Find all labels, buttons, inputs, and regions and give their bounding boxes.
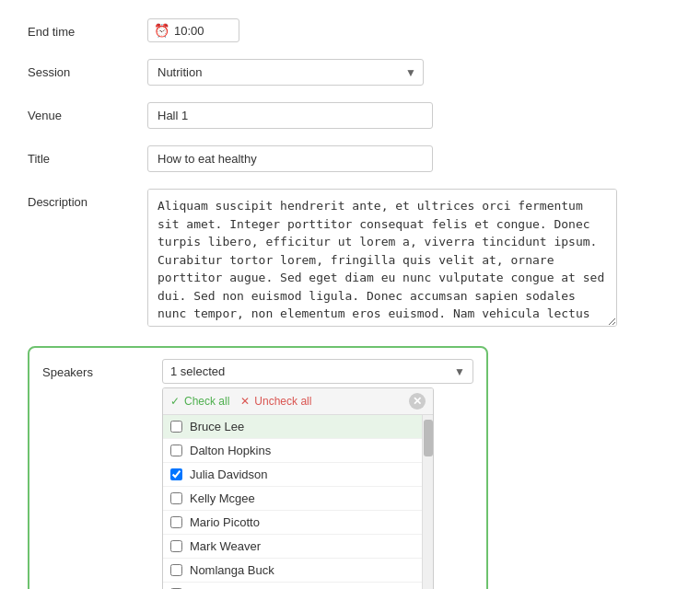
list-item[interactable]: Kelly Mcgee (163, 487, 422, 511)
dropdown-list: Bruce Lee Dalton Hopkins Julia Davidson (163, 415, 422, 589)
speakers-control: 1 selected ▼ ✓ Check all ✕ Uncheck all (162, 359, 473, 589)
speakers-label: Speakers (42, 359, 162, 379)
speaker-checkbox[interactable] (170, 445, 182, 456)
clock-icon: ⏰ (154, 23, 169, 38)
list-item[interactable]: Dalton Hopkins (163, 439, 422, 463)
speaker-checkbox[interactable] (170, 492, 182, 504)
chevron-down-icon: ▼ (454, 365, 465, 378)
description-label: Description (28, 189, 147, 209)
title-label: Title (28, 145, 147, 166)
list-item[interactable]: Bruce Lee (163, 415, 422, 439)
dropdown-close-button[interactable]: ✕ (409, 393, 426, 410)
speaker-name: Bruce Lee (190, 420, 244, 433)
list-item[interactable]: Mario Picotto (163, 511, 422, 535)
checkmark-icon: ✓ (170, 395, 180, 408)
speaker-checkbox[interactable] (170, 540, 182, 552)
uncheck-all-button[interactable]: ✕ Uncheck all (240, 395, 311, 408)
speaker-name: Dalton Hopkins (190, 444, 271, 457)
description-textarea[interactable]: Aliquam suscipit hendrerit ante, et ultr… (147, 189, 617, 327)
dropdown-actions-left: ✓ Check all ✕ Uncheck all (170, 395, 311, 408)
list-item[interactable]: Nomlanga Buck (163, 559, 422, 583)
session-select[interactable]: Nutrition Exercise Wellness Mental Healt… (147, 59, 424, 86)
speaker-name: Julia Davidson (190, 468, 268, 481)
check-all-button[interactable]: ✓ Check all (170, 395, 229, 408)
speaker-name: Mark Weaver (190, 539, 261, 553)
speakers-section: Speakers 1 selected ▼ ✓ Check all (28, 346, 488, 589)
venue-label: Venue (28, 102, 147, 122)
speaker-checkbox[interactable] (170, 468, 182, 480)
dropdown-scrollbar[interactable] (422, 415, 433, 589)
list-item[interactable]: Julia Davidson (163, 463, 422, 487)
speaker-name: Kelly Mcgee (190, 491, 255, 505)
speaker-checkbox[interactable] (170, 564, 182, 576)
session-select-wrap: Nutrition Exercise Wellness Mental Healt… (147, 59, 424, 86)
scrollbar-thumb[interactable] (424, 420, 433, 456)
list-item[interactable]: Mark Weaver (163, 535, 422, 559)
dropdown-list-wrap: Bruce Lee Dalton Hopkins Julia Davidson (163, 415, 433, 589)
speakers-dropdown: ✓ Check all ✕ Uncheck all ✕ (162, 387, 434, 589)
end-time-input-wrap[interactable]: ⏰ (147, 18, 239, 42)
venue-input[interactable] (147, 102, 433, 129)
x-icon: ✕ (240, 395, 250, 408)
speakers-select-bar[interactable]: 1 selected ▼ (162, 359, 473, 384)
speaker-name: Nomlanga Buck (190, 563, 274, 577)
end-time-label: End time (28, 18, 147, 39)
speakers-selected-text: 1 selected (170, 364, 225, 378)
session-label: Session (28, 59, 147, 79)
list-item[interactable]: Susan Hanson (163, 583, 422, 589)
dropdown-actions-bar: ✓ Check all ✕ Uncheck all ✕ (163, 388, 433, 415)
title-input[interactable] (147, 145, 433, 172)
speaker-checkbox[interactable] (170, 516, 182, 528)
speaker-name: Mario Picotto (190, 515, 260, 529)
end-time-input[interactable] (174, 24, 229, 38)
speaker-checkbox[interactable] (170, 421, 182, 433)
